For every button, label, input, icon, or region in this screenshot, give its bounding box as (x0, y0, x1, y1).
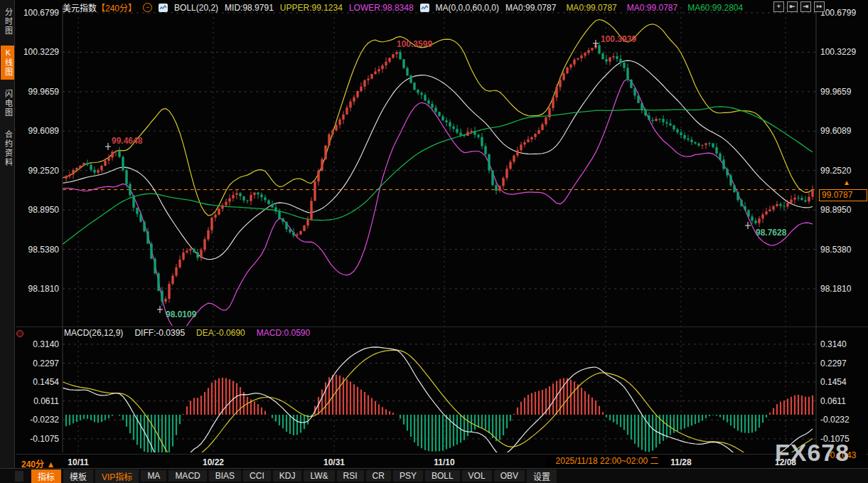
toolbar-tab-vol[interactable]: VOL (462, 470, 492, 482)
toolbar-tab-bias[interactable]: BIAS (209, 470, 241, 482)
boll-lower-line (63, 79, 813, 331)
axis-label: 100.3229 (820, 47, 856, 57)
boll-label: BOLL(20,2) (174, 3, 218, 13)
ma-values: MA0:99.0787MA0:99.0787MA0:99.0787MA60:99… (505, 3, 743, 13)
axis-label: 11/28 (670, 457, 692, 467)
current-price-badge: 99.0787 (819, 189, 867, 201)
toolbar-tab-psy[interactable]: PSY (393, 470, 423, 482)
period-label: 【240分】 (97, 4, 136, 14)
axis-label: 100.6799 (23, 8, 59, 18)
ma60-line (63, 107, 813, 244)
candles (65, 42, 813, 306)
toolbar-tab-settings[interactable]: 设置 (527, 469, 557, 483)
sidebar-tab-contract-info[interactable]: 合约资料 (1, 127, 14, 170)
current-price-arrow-icon: ▲ (843, 179, 850, 186)
axis-label: 0.1454 (820, 377, 847, 387)
symbol-name: 美元指数 (63, 4, 97, 14)
ma-value-2: MA0:99.0787 (627, 3, 677, 13)
macd-panel (63, 347, 813, 476)
toolbar-tab-lw[interactable]: LW& (304, 470, 334, 482)
axis-label: 0.2297 (33, 359, 59, 368)
toolbar-tab-template[interactable]: 模板 (63, 469, 93, 483)
sidebar-tab-kline[interactable]: K线图 (1, 46, 14, 80)
macd-diff-value: DIFF:-0.0395 (134, 328, 185, 338)
axis-label: 0.0611 (820, 396, 846, 406)
axis-label: 98.5380 (28, 245, 60, 255)
axis-label: 0.3140 (33, 339, 59, 349)
axis-label: 99.9659 (820, 87, 852, 97)
bottom-toolbar: 指标模板VIP指标MAMACDBIASCCIKDJLW&RSICRPSYBOLL… (0, 468, 868, 483)
axis-compress-icon[interactable]: ⇤ (787, 1, 798, 12)
axis-label: 98.1810 (28, 284, 60, 294)
chart-canvas[interactable]: 100.6799100.6799100.3229100.322999.96599… (0, 0, 868, 483)
axis-label: 99.2520 (28, 166, 60, 176)
ma-label: MA(0,0,0,60,0,0) (436, 3, 499, 13)
boll-upper-value: UPPER:99.1234 (280, 3, 343, 13)
ma-chart-icon (420, 4, 429, 12)
boll-lower-value: LOWER:98.8348 (349, 3, 414, 13)
toolbar-corner-button[interactable] (15, 471, 23, 482)
main-price-panel (63, 20, 813, 331)
axis-label: 99.9659 (28, 87, 60, 97)
ma-value-1: MA0:99.0787 (566, 3, 616, 13)
axis-label: 0.1454 (33, 377, 59, 387)
price-annotation: 98.0109 (166, 309, 197, 319)
toolbar-tab-boll[interactable]: BOLL (425, 470, 460, 482)
price-annotation: 100.3599 (397, 39, 432, 49)
toolbar-tab-cr[interactable]: CR (366, 470, 391, 482)
axis-label: 98.8950 (28, 205, 60, 215)
axis-label: 10/22 (203, 457, 224, 467)
collapse-icon[interactable]: − (143, 3, 152, 12)
macd-value: MACD:0.0590 (257, 328, 310, 338)
boll-mid-value: MID:98.9791 (225, 3, 274, 13)
trading-app-window: 100.6799100.6799100.3229100.322999.96599… (0, 0, 868, 483)
axis-expand-icon[interactable]: ↦ (814, 1, 825, 12)
axis-label: -0.0232 (30, 415, 59, 425)
chart-header: 美元指数【240分】 − BOLL(20,2) MID:98.9791 UPPE… (63, 1, 743, 14)
left-sidebar: 分时图K线图闪电图合约资料 (0, 0, 15, 483)
macd-panel-icon[interactable] (16, 330, 23, 337)
sidebar-tab-flash[interactable]: 闪电图 (1, 87, 14, 120)
grid (63, 7, 816, 452)
axis-label: 11/10 (434, 457, 455, 467)
macd-legend: MACD(26,12,9) DIFF:-0.0395 DEA:-0.0690 M… (64, 328, 310, 338)
toolbar-tab-obv[interactable]: OBV (494, 470, 525, 482)
axis-label: 98.5380 (820, 245, 852, 255)
axis-label: 99.6089 (28, 126, 60, 136)
boll-mid-line (63, 60, 813, 260)
axis-label: 0.3140 (820, 339, 847, 349)
axis-label: 100.6799 (820, 8, 856, 18)
toolbar-tab-indicator[interactable]: 指标 (31, 469, 61, 483)
axis-label: 0.2297 (820, 359, 847, 368)
window-icons: +⇤⇥↦ (773, 1, 825, 12)
pan-icon[interactable]: + (773, 1, 784, 12)
axis-label: -0.0232 (820, 415, 850, 425)
toolbar-tab-vip-indicator[interactable]: VIP指标 (95, 469, 139, 483)
toolbar-tab-rsi[interactable]: RSI (337, 470, 364, 482)
axis-label: -0.1075 (30, 434, 59, 444)
toolbar-tab-kdj[interactable]: KDJ (273, 470, 302, 482)
axis-label: 10/31 (323, 457, 345, 467)
diff-line (63, 347, 813, 476)
ma-value-0: MA0:99.0787 (505, 3, 556, 13)
axis-label: 10/11 (68, 457, 89, 467)
axis-label: 100.3229 (23, 47, 59, 57)
price-annotation: 98.7628 (756, 228, 787, 238)
watermark: FX678 (775, 439, 850, 467)
macd-params-label: MACD(26,12,9) (64, 328, 123, 338)
symbol-title: 美元指数【240分】 (63, 1, 136, 14)
toolbar-tab-ma[interactable]: MA (141, 470, 166, 482)
axis-shift-icon[interactable]: ⇥ (800, 1, 811, 12)
toolbar-tab-cci[interactable]: CCI (243, 470, 271, 482)
axis-label: 98.1810 (820, 284, 852, 294)
toolbar-tab-macd[interactable]: MACD (168, 470, 206, 482)
axis-label: 98.8950 (820, 205, 852, 215)
crosshair-date-label: 2025/11/18 22:00~02:00 二 (546, 455, 668, 467)
price-annotation: 99.4648 (112, 136, 143, 146)
axis-label: 0.0611 (33, 396, 59, 406)
ma-value-3: MA60:99.2804 (687, 3, 743, 13)
macd-dea-value: DEA:-0.0690 (196, 328, 245, 338)
sidebar-tab-time-share[interactable]: 分时图 (1, 5, 14, 38)
price-annotation: 100.3939 (601, 34, 636, 44)
boll-chart-icon (159, 4, 168, 12)
